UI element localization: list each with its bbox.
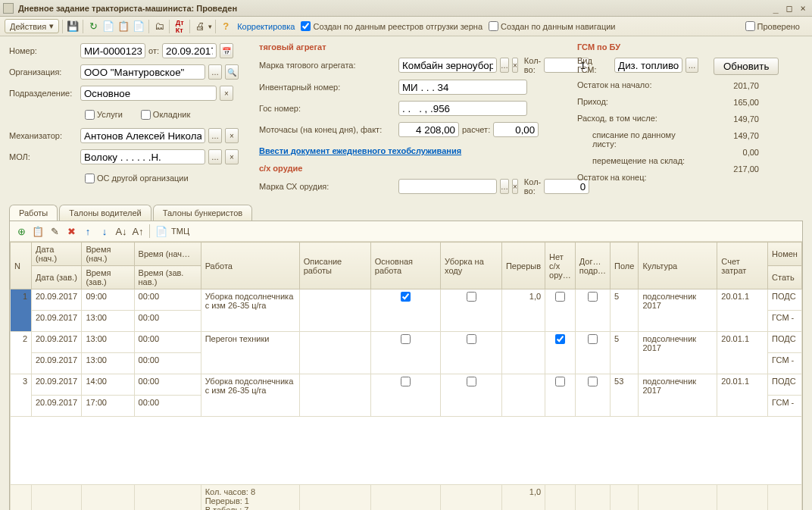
cell-nomen[interactable]: ПОДС xyxy=(768,289,802,311)
cell-time-nav-start[interactable]: 00:00 xyxy=(134,289,201,311)
cell-onmove[interactable] xyxy=(441,332,502,374)
cell-desc[interactable] xyxy=(299,289,370,332)
korrektirovka-link[interactable]: Корректировка xyxy=(237,22,295,31)
structure-icon[interactable]: 🗂 xyxy=(152,20,166,33)
clear-button[interactable]: × xyxy=(512,58,518,73)
col-time-nav-end[interactable]: Время (зав. нав.) xyxy=(134,266,201,289)
minimize-button[interactable]: _ xyxy=(770,3,782,14)
tab-driver-talons[interactable]: Талоны водителей xyxy=(59,205,151,221)
cell-culture[interactable]: подсолнечник 2017 xyxy=(639,289,717,332)
cell-nomen[interactable]: ПОДС xyxy=(768,332,802,353)
chevron-down-icon[interactable]: ▾ xyxy=(208,23,212,30)
col-no-implement[interactable]: Нет с/х ору… xyxy=(545,242,576,289)
col-time-end[interactable]: Время (зав.) xyxy=(82,266,134,289)
col-date-start[interactable]: Дата (нач.) xyxy=(32,242,82,266)
table-row[interactable]: 2 20.09.2017 13:00 00:00 Перегон техники… xyxy=(11,332,802,353)
cell-n[interactable]: 1 xyxy=(11,289,32,332)
add-row-icon[interactable]: ⊕ xyxy=(14,224,28,238)
cell-account[interactable]: 20.01.1 xyxy=(717,374,768,417)
cell-contract[interactable] xyxy=(575,289,610,332)
select-button[interactable]: … xyxy=(208,149,222,164)
tab-work[interactable]: Работы xyxy=(9,205,58,221)
cell-culture[interactable]: подсолнечник 2017 xyxy=(639,374,717,417)
select-button[interactable]: … xyxy=(500,179,509,194)
unpost-icon[interactable]: 📄 xyxy=(132,20,145,33)
tab-bunker-talons[interactable]: Талоны бункеристов xyxy=(153,205,252,221)
cell-n[interactable]: 3 xyxy=(11,374,32,417)
cell-main[interactable] xyxy=(370,374,440,417)
cell-date-start[interactable]: 20.09.2017 xyxy=(32,332,82,353)
select-button[interactable]: … xyxy=(686,58,698,73)
cell-no-implement[interactable] xyxy=(545,332,576,374)
refresh-icon[interactable]: ↻ xyxy=(86,20,100,33)
cell-time-end[interactable]: 13:00 xyxy=(82,311,134,332)
update-button[interactable]: Обновить xyxy=(714,58,779,75)
cell-n[interactable]: 2 xyxy=(11,332,32,374)
col-time-nav-start[interactable]: Время (нач… xyxy=(134,242,201,266)
copy-row-icon[interactable]: 📋 xyxy=(31,224,45,238)
actions-menu-button[interactable]: Действия ▾ xyxy=(5,19,59,33)
navigation-checkbox[interactable]: Создан по данным навигации xyxy=(489,21,615,31)
move-up-icon[interactable]: ↑ xyxy=(81,224,95,238)
cell-work[interactable]: Уборка подсолнечника с изм 26-35 ц/га xyxy=(201,374,299,417)
col-culture[interactable]: Культура xyxy=(639,242,717,289)
cell-time-nav-end[interactable]: 00:00 xyxy=(134,396,201,417)
cell-break[interactable] xyxy=(501,374,545,417)
maintenance-doc-link[interactable]: Ввести документ ежедневного техобслужива… xyxy=(259,146,461,155)
cell-nomen[interactable]: ПОДС xyxy=(768,374,802,396)
open-button[interactable]: 🔍 xyxy=(225,64,239,80)
cell-no-implement[interactable] xyxy=(545,374,576,417)
clear-button[interactable]: × xyxy=(225,128,239,143)
gos-input[interactable] xyxy=(398,101,527,116)
doc-post-icon[interactable]: 📋 xyxy=(117,20,130,33)
clear-button[interactable]: × xyxy=(225,149,239,164)
cell-time-nav-end[interactable]: 00:00 xyxy=(134,353,201,374)
registry-checkbox[interactable]: Создан по данным реестров отгрузки зерна xyxy=(301,21,483,31)
os-other-checkbox[interactable]: ОС другой организации xyxy=(85,174,189,183)
col-onmove[interactable]: Уборка на ходу xyxy=(441,242,502,289)
col-main[interactable]: Основная работа xyxy=(370,242,440,289)
cell-contract[interactable] xyxy=(575,332,610,374)
mech-input[interactable] xyxy=(80,128,205,143)
cell-desc[interactable] xyxy=(299,332,370,374)
cell-time-start[interactable]: 13:00 xyxy=(82,332,134,353)
col-stat[interactable]: Стать xyxy=(768,266,802,289)
moto-fact-input[interactable] xyxy=(398,122,459,137)
cell-date-start[interactable]: 20.09.2017 xyxy=(32,289,82,311)
col-contract[interactable]: Дог… подр… xyxy=(575,242,610,289)
col-field[interactable]: Поле xyxy=(611,242,639,289)
save-icon[interactable]: 💾 xyxy=(66,20,80,33)
dept-input[interactable] xyxy=(80,86,217,101)
cell-stat[interactable]: ГСМ - xyxy=(768,353,802,374)
cell-desc[interactable] xyxy=(299,374,370,417)
cell-onmove[interactable] xyxy=(441,374,502,417)
col-break[interactable]: Перерыв xyxy=(501,242,545,289)
cell-account[interactable]: 20.01.1 xyxy=(717,332,768,374)
vid-gsm-input[interactable] xyxy=(614,58,682,73)
col-time-start[interactable]: Время (нач.) xyxy=(82,242,134,266)
clear-button[interactable]: × xyxy=(220,86,233,101)
delete-row-icon[interactable]: ✖ xyxy=(64,224,78,238)
inv-input[interactable] xyxy=(398,80,527,95)
cell-date-end[interactable]: 20.09.2017 xyxy=(32,353,82,374)
cell-field[interactable]: 53 xyxy=(611,374,639,417)
cell-break[interactable]: 1,0 xyxy=(501,289,545,332)
cell-time-nav-start[interactable]: 00:00 xyxy=(134,332,201,353)
moto-calc-input[interactable] xyxy=(493,122,539,137)
select-button[interactable]: … xyxy=(208,64,222,80)
cell-stat[interactable]: ГСМ - xyxy=(768,396,802,417)
tmc-icon[interactable]: 📄 xyxy=(155,224,168,238)
cell-time-end[interactable]: 17:00 xyxy=(82,396,134,417)
cell-onmove[interactable] xyxy=(441,289,502,332)
uslugi-checkbox[interactable]: Услуги xyxy=(85,110,123,120)
date-input[interactable] xyxy=(162,43,217,58)
cell-time-start[interactable]: 09:00 xyxy=(82,289,134,311)
select-button[interactable]: … xyxy=(500,58,509,73)
orudie-input[interactable] xyxy=(398,179,497,194)
table-row[interactable]: 1 20.09.2017 09:00 00:00 Уборка подсолне… xyxy=(11,289,802,311)
post-icon[interactable]: 📄 xyxy=(102,20,115,33)
help-icon[interactable]: ? xyxy=(219,20,233,33)
cell-break[interactable] xyxy=(501,332,545,374)
cell-work[interactable]: Уборка подсолнечника с изм 26-35 ц/га xyxy=(201,289,299,332)
cell-stat[interactable]: ГСМ - xyxy=(768,311,802,332)
